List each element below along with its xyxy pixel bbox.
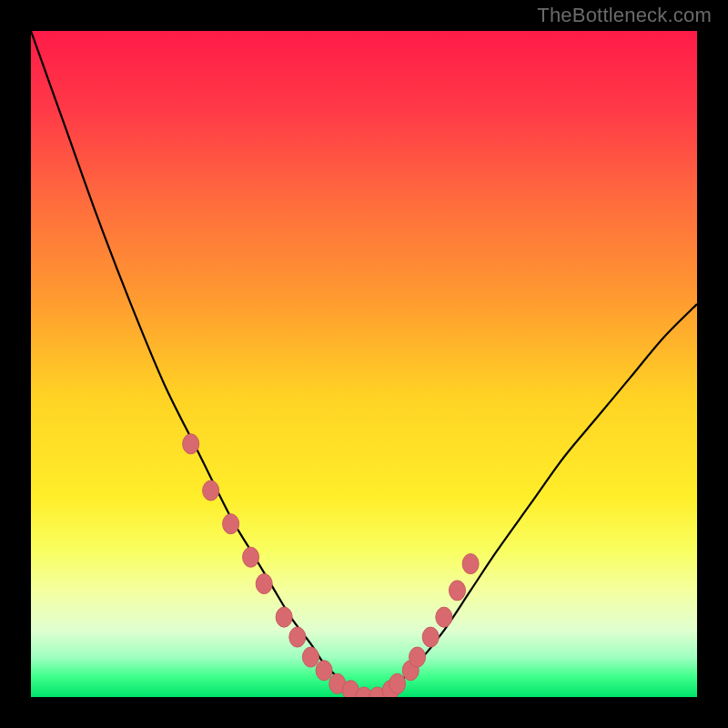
watermark-text: TheBottleneck.com <box>537 4 712 27</box>
marker-point <box>256 574 272 594</box>
marker-point <box>223 514 239 534</box>
marker-point <box>243 547 259 567</box>
marker-point <box>462 554 479 574</box>
chart-frame: TheBottleneck.com <box>0 0 728 728</box>
marker-group <box>183 434 479 697</box>
marker-point <box>289 627 306 647</box>
marker-point <box>203 480 219 500</box>
marker-point <box>276 607 292 627</box>
bottleneck-curve <box>31 31 697 697</box>
marker-point <box>316 661 332 681</box>
marker-point <box>410 647 426 667</box>
plot-area <box>31 31 697 697</box>
marker-point <box>436 607 452 627</box>
chart-svg <box>31 31 697 697</box>
marker-point <box>302 647 318 667</box>
marker-point <box>183 434 199 454</box>
marker-point <box>389 673 406 693</box>
marker-point <box>422 627 439 647</box>
marker-point <box>449 581 465 601</box>
